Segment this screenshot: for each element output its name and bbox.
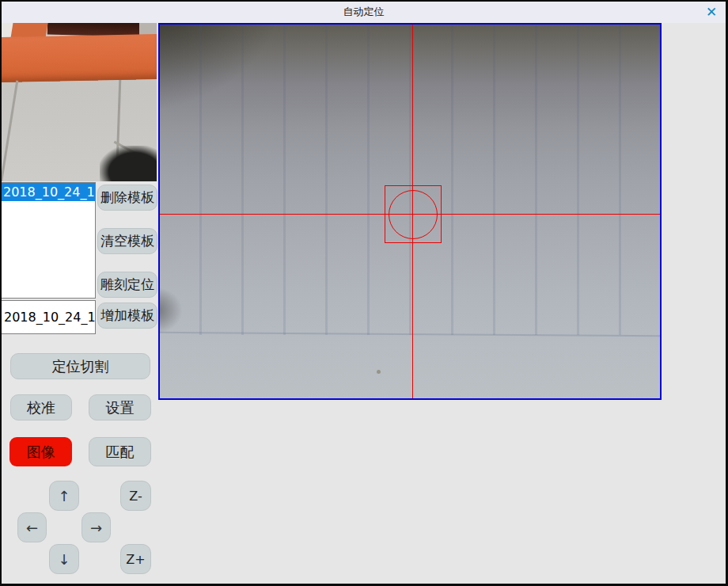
- close-icon[interactable]: ✕: [702, 3, 721, 21]
- jog-z-plus-button[interactable]: Z+: [120, 544, 151, 574]
- template-name-input[interactable]: [2, 300, 96, 334]
- match-button[interactable]: 匹配: [89, 437, 151, 466]
- thumb-dark-object: [100, 146, 157, 181]
- jog-right-button[interactable]: →: [82, 512, 111, 542]
- add-template-button[interactable]: 增加模板: [97, 303, 157, 329]
- thumb-tile-grout-left: [2, 81, 18, 181]
- jog-up-button[interactable]: ↑: [49, 481, 79, 511]
- thumb-orange-beam: [2, 34, 157, 82]
- target-circle-overlay: [389, 190, 438, 239]
- title-bar: 自动定位 ✕: [2, 2, 726, 23]
- settings-button[interactable]: 设置: [89, 394, 151, 420]
- calibrate-button[interactable]: 校准: [10, 394, 72, 420]
- image-button[interactable]: 图像: [9, 437, 72, 466]
- jog-down-button[interactable]: ↓: [49, 544, 79, 574]
- list-item[interactable]: 2018_10_24_11: [2, 183, 95, 201]
- engrave-position-button[interactable]: 雕刻定位: [97, 272, 157, 298]
- jog-left-button[interactable]: ←: [17, 512, 47, 542]
- camera-dark-shadow: [158, 286, 184, 335]
- page-title: 自动定位: [343, 2, 385, 22]
- position-cut-button[interactable]: 定位切割: [10, 353, 150, 379]
- camera-speck: [377, 370, 381, 374]
- camera-live-view[interactable]: [158, 23, 662, 400]
- delete-template-button[interactable]: 删除模板: [97, 185, 157, 211]
- camera-ceiling-stripes: [160, 25, 660, 335]
- clear-templates-button[interactable]: 清空模板: [97, 228, 157, 254]
- template-thumbnail-image: [2, 23, 157, 181]
- auto-position-dialog: 自动定位 ✕ 2018_10_24_11 删除模板 清空模板 雕刻定位 增加模板…: [0, 0, 728, 586]
- template-list[interactable]: 2018_10_24_11: [2, 182, 96, 299]
- jog-z-minus-button[interactable]: Z-: [120, 481, 151, 511]
